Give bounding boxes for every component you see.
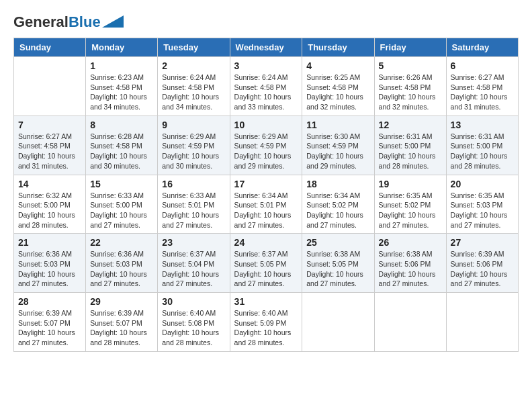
cell-info-text: Sunrise: 6:33 AMSunset: 5:00 PMDaylight:…: [90, 191, 153, 230]
cell-day-number: 31: [234, 296, 298, 307]
cell-info-text: Sunrise: 6:31 AMSunset: 5:00 PMDaylight:…: [379, 132, 442, 171]
cell-day-number: 22: [90, 237, 153, 248]
cell-day-number: 28: [18, 296, 81, 307]
calendar-cell: [302, 293, 374, 352]
cell-day-number: 16: [162, 179, 225, 189]
calendar-cell: 12Sunrise: 6:31 AMSunset: 5:00 PMDayligh…: [374, 116, 446, 175]
cell-day-number: 20: [451, 179, 514, 189]
calendar-cell: [374, 293, 446, 352]
cell-info-text: Sunrise: 6:28 AMSunset: 4:58 PMDaylight:…: [90, 132, 153, 171]
cell-info-text: Sunrise: 6:30 AMSunset: 4:59 PMDaylight:…: [306, 132, 369, 171]
calendar-cell: 2Sunrise: 6:24 AMSunset: 4:58 PMDaylight…: [158, 57, 230, 116]
cell-day-number: 8: [90, 120, 153, 130]
calendar-cell: 31Sunrise: 6:40 AMSunset: 5:09 PMDayligh…: [230, 293, 302, 352]
cell-info-text: Sunrise: 6:37 AMSunset: 5:04 PMDaylight:…: [162, 249, 225, 289]
calendar-header-tuesday: Tuesday: [158, 38, 230, 57]
calendar-cell: 24Sunrise: 6:37 AMSunset: 5:05 PMDayligh…: [230, 234, 302, 293]
calendar-cell: 19Sunrise: 6:35 AMSunset: 5:02 PMDayligh…: [374, 175, 446, 234]
svg-marker-0: [102, 15, 124, 28]
calendar-cell: 7Sunrise: 6:27 AMSunset: 4:58 PMDaylight…: [14, 116, 86, 175]
calendar-cell: 6Sunrise: 6:27 AMSunset: 4:58 PMDaylight…: [446, 57, 518, 116]
calendar-cell: 16Sunrise: 6:33 AMSunset: 5:01 PMDayligh…: [158, 175, 230, 234]
cell-info-text: Sunrise: 6:38 AMSunset: 5:05 PMDaylight:…: [306, 249, 369, 289]
cell-day-number: 15: [90, 179, 153, 189]
cell-day-number: 13: [451, 120, 514, 130]
calendar-cell: 3Sunrise: 6:24 AMSunset: 4:58 PMDaylight…: [230, 57, 302, 116]
calendar-cell: 30Sunrise: 6:40 AMSunset: 5:08 PMDayligh…: [158, 293, 230, 352]
cell-day-number: 14: [18, 179, 81, 189]
cell-day-number: 25: [306, 237, 369, 248]
cell-info-text: Sunrise: 6:39 AMSunset: 5:07 PMDaylight:…: [90, 308, 153, 348]
logo-icon: [102, 15, 124, 28]
calendar-week-1: 1Sunrise: 6:23 AMSunset: 4:58 PMDaylight…: [14, 57, 519, 116]
calendar-cell: 22Sunrise: 6:36 AMSunset: 5:03 PMDayligh…: [86, 234, 158, 293]
calendar-cell: 8Sunrise: 6:28 AMSunset: 4:58 PMDaylight…: [86, 116, 158, 175]
page-header: GeneralBlue: [13, 13, 519, 31]
cell-info-text: Sunrise: 6:36 AMSunset: 5:03 PMDaylight:…: [18, 249, 81, 289]
cell-day-number: 4: [306, 60, 369, 71]
cell-day-number: 26: [379, 237, 442, 248]
calendar-cell: 25Sunrise: 6:38 AMSunset: 5:05 PMDayligh…: [302, 234, 374, 293]
cell-day-number: 9: [162, 120, 225, 130]
cell-info-text: Sunrise: 6:40 AMSunset: 5:08 PMDaylight:…: [162, 308, 225, 348]
cell-day-number: 10: [234, 120, 298, 130]
calendar-cell: 15Sunrise: 6:33 AMSunset: 5:00 PMDayligh…: [86, 175, 158, 234]
calendar-week-3: 14Sunrise: 6:32 AMSunset: 5:00 PMDayligh…: [14, 175, 519, 234]
cell-info-text: Sunrise: 6:40 AMSunset: 5:09 PMDaylight:…: [234, 308, 298, 348]
calendar-cell: 29Sunrise: 6:39 AMSunset: 5:07 PMDayligh…: [86, 293, 158, 352]
cell-info-text: Sunrise: 6:24 AMSunset: 4:58 PMDaylight:…: [162, 73, 225, 112]
cell-day-number: 12: [379, 120, 442, 130]
cell-info-text: Sunrise: 6:26 AMSunset: 4:58 PMDaylight:…: [379, 73, 442, 112]
cell-day-number: 5: [379, 60, 442, 71]
calendar-cell: 17Sunrise: 6:34 AMSunset: 5:01 PMDayligh…: [230, 175, 302, 234]
cell-info-text: Sunrise: 6:39 AMSunset: 5:06 PMDaylight:…: [451, 249, 514, 289]
calendar-cell: 1Sunrise: 6:23 AMSunset: 4:58 PMDaylight…: [86, 57, 158, 116]
cell-info-text: Sunrise: 6:36 AMSunset: 5:03 PMDaylight:…: [90, 249, 153, 289]
cell-day-number: 27: [451, 237, 514, 248]
calendar-header-saturday: Saturday: [446, 38, 518, 57]
calendar-cell: 13Sunrise: 6:31 AMSunset: 5:00 PMDayligh…: [446, 116, 518, 175]
cell-info-text: Sunrise: 6:37 AMSunset: 5:05 PMDaylight:…: [234, 249, 298, 289]
calendar-cell: 26Sunrise: 6:38 AMSunset: 5:06 PMDayligh…: [374, 234, 446, 293]
cell-day-number: 3: [234, 60, 298, 71]
calendar-header-row: SundayMondayTuesdayWednesdayThursdayFrid…: [14, 38, 519, 57]
calendar-cell: [14, 57, 86, 116]
calendar-cell: 5Sunrise: 6:26 AMSunset: 4:58 PMDaylight…: [374, 57, 446, 116]
calendar-cell: 11Sunrise: 6:30 AMSunset: 4:59 PMDayligh…: [302, 116, 374, 175]
calendar-week-2: 7Sunrise: 6:27 AMSunset: 4:58 PMDaylight…: [14, 116, 519, 175]
cell-info-text: Sunrise: 6:24 AMSunset: 4:58 PMDaylight:…: [234, 73, 298, 112]
calendar-cell: [446, 293, 518, 352]
cell-day-number: 30: [162, 296, 225, 307]
cell-day-number: 17: [234, 179, 298, 189]
calendar-cell: 9Sunrise: 6:29 AMSunset: 4:59 PMDaylight…: [158, 116, 230, 175]
cell-day-number: 18: [306, 179, 369, 189]
calendar-cell: 10Sunrise: 6:29 AMSunset: 4:59 PMDayligh…: [230, 116, 302, 175]
cell-info-text: Sunrise: 6:27 AMSunset: 4:58 PMDaylight:…: [18, 132, 81, 171]
cell-day-number: 21: [18, 237, 81, 248]
calendar-header-monday: Monday: [86, 38, 158, 57]
calendar-cell: 20Sunrise: 6:35 AMSunset: 5:03 PMDayligh…: [446, 175, 518, 234]
cell-info-text: Sunrise: 6:34 AMSunset: 5:02 PMDaylight:…: [306, 191, 369, 230]
cell-info-text: Sunrise: 6:32 AMSunset: 5:00 PMDaylight:…: [18, 191, 81, 230]
cell-info-text: Sunrise: 6:23 AMSunset: 4:58 PMDaylight:…: [90, 73, 153, 112]
logo-text: GeneralBlue: [13, 13, 101, 31]
logo: GeneralBlue: [13, 13, 124, 31]
cell-info-text: Sunrise: 6:27 AMSunset: 4:58 PMDaylight:…: [451, 73, 514, 112]
cell-day-number: 7: [18, 120, 81, 130]
calendar-week-4: 21Sunrise: 6:36 AMSunset: 5:03 PMDayligh…: [14, 234, 519, 293]
calendar-header-thursday: Thursday: [302, 38, 374, 57]
cell-day-number: 6: [451, 60, 514, 71]
cell-info-text: Sunrise: 6:31 AMSunset: 5:00 PMDaylight:…: [451, 132, 514, 171]
cell-info-text: Sunrise: 6:35 AMSunset: 5:02 PMDaylight:…: [379, 191, 442, 230]
cell-day-number: 11: [306, 120, 369, 130]
calendar-week-5: 28Sunrise: 6:39 AMSunset: 5:07 PMDayligh…: [14, 293, 519, 352]
cell-info-text: Sunrise: 6:33 AMSunset: 5:01 PMDaylight:…: [162, 191, 225, 230]
cell-info-text: Sunrise: 6:35 AMSunset: 5:03 PMDaylight:…: [451, 191, 514, 230]
cell-info-text: Sunrise: 6:29 AMSunset: 4:59 PMDaylight:…: [234, 132, 298, 171]
calendar-header-wednesday: Wednesday: [230, 38, 302, 57]
cell-day-number: 24: [234, 237, 298, 248]
calendar-cell: 28Sunrise: 6:39 AMSunset: 5:07 PMDayligh…: [14, 293, 86, 352]
calendar-cell: 21Sunrise: 6:36 AMSunset: 5:03 PMDayligh…: [14, 234, 86, 293]
calendar-cell: 4Sunrise: 6:25 AMSunset: 4:58 PMDaylight…: [302, 57, 374, 116]
calendar-cell: 18Sunrise: 6:34 AMSunset: 5:02 PMDayligh…: [302, 175, 374, 234]
